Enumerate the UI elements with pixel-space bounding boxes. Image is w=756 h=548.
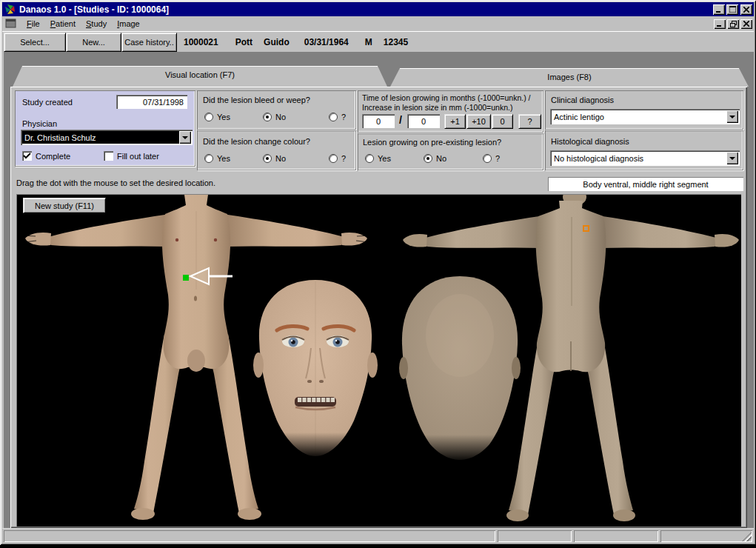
case-history-button[interactable]: Case history..: [121, 33, 177, 52]
restore-icon: [730, 21, 737, 27]
patient-dob: 03/31/1964: [304, 37, 349, 47]
radio-icon: [204, 154, 213, 163]
window-title: Danaos 1.0 - [Studies - ID: 1000064]: [19, 4, 169, 15]
new-button[interactable]: New...: [66, 33, 121, 52]
menu-patient[interactable]: Patient: [45, 18, 81, 30]
preexisting-radio-unknown[interactable]: ?: [483, 154, 500, 163]
ear-right: [367, 352, 378, 378]
maximize-icon: [729, 6, 736, 13]
reference-marker[interactable]: [583, 225, 589, 232]
status-bar: [2, 528, 754, 544]
bleed-radio-no[interactable]: No: [263, 113, 286, 121]
physician-value: Dr. Christian Schulz: [22, 131, 179, 144]
radio-icon: [329, 113, 338, 121]
plus-one-button[interactable]: +1: [444, 114, 466, 129]
growth-months-input[interactable]: 0: [362, 114, 395, 128]
growth-section: Time of lesion growing in months (-1000=…: [358, 90, 543, 133]
preexisting-radio-no[interactable]: No: [424, 154, 446, 163]
menu-image[interactable]: Image: [112, 18, 145, 30]
title-bar: Danaos 1.0 - [Studies - ID: 1000064]: [2, 2, 754, 16]
clinical-diagnosis-section: Clinical diagnosis Actinic lentigo: [545, 90, 743, 130]
lesion-marker[interactable]: [183, 273, 189, 279]
minimize-button[interactable]: [713, 4, 725, 15]
colour-radio-no[interactable]: No: [263, 154, 286, 163]
menu-bar: File Patient Study Image: [2, 16, 754, 31]
head-highlight: [426, 294, 494, 377]
radio-label: ?: [495, 154, 500, 163]
minimize-icon: [716, 7, 722, 13]
close-icon: [743, 7, 749, 13]
mdi-close-button[interactable]: [740, 19, 752, 29]
maximize-button[interactable]: [726, 4, 738, 15]
patient-code: 12345: [384, 37, 408, 47]
clinical-diagnosis-combobox[interactable]: Actinic lentigo: [550, 109, 740, 124]
face-front-figure[interactable]: [253, 280, 378, 458]
tab-edge: [10, 67, 20, 86]
ear-left: [399, 357, 408, 379]
growth-months-value: 0: [376, 117, 381, 126]
growth-size-input[interactable]: 0: [407, 114, 440, 128]
colour-radio-yes[interactable]: Yes: [204, 154, 230, 163]
bleed-radio-yes[interactable]: Yes: [204, 113, 230, 121]
clinical-dropdown-button[interactable]: [726, 110, 738, 123]
radio-icon: [204, 113, 213, 121]
histological-dropdown-button[interactable]: [726, 152, 738, 164]
bleed-question-label: Did the lesion bleed or weep?: [203, 96, 310, 104]
status-panel-2: [574, 530, 658, 542]
menu-file[interactable]: File: [21, 18, 45, 30]
histological-diagnosis-combobox[interactable]: No histological diagnosis: [550, 150, 740, 166]
new-study-button[interactable]: New study (F11): [23, 198, 106, 213]
physician-dropdown-button[interactable]: [179, 131, 191, 144]
radio-icon: [329, 154, 338, 163]
tab-images[interactable]: Images (F8): [390, 68, 749, 87]
colour-radio-unknown[interactable]: ?: [329, 154, 346, 163]
histological-diagnosis-section: Histological diagnosis No histological d…: [545, 130, 743, 170]
growth-size-value: 0: [421, 117, 426, 126]
status-panel-main: [4, 530, 495, 542]
checkbox-checked-icon: [22, 151, 32, 161]
growth-label-line1: Time of lesion growing in months (-1000=…: [362, 93, 531, 102]
front-nipple-right: [214, 238, 217, 241]
radio-label: Yes: [378, 154, 391, 163]
tab-edge: [742, 69, 750, 86]
plus-ten-button[interactable]: +10: [466, 114, 491, 129]
toolbar: Select... New... Case history.. 1000021 …: [2, 31, 754, 53]
back-right-limbs: [583, 215, 739, 521]
slash-separator: /: [399, 114, 402, 126]
patient-sex: M: [365, 37, 372, 47]
fill-out-later-checkbox[interactable]: Fill out later: [104, 151, 159, 161]
select-button[interactable]: Select...: [4, 33, 66, 52]
bleed-radio-unknown[interactable]: ?: [329, 113, 346, 121]
complete-checkbox[interactable]: Complete: [22, 151, 70, 161]
preexisting-section: Lesion growing on pre-existing lesion? Y…: [358, 133, 543, 170]
physician-combobox[interactable]: Dr. Christian Schulz: [21, 130, 193, 145]
front-navel: [194, 296, 197, 301]
checkbox-unchecked-icon: [104, 151, 113, 161]
ear-right: [512, 357, 521, 379]
tab-highlight: [400, 68, 739, 69]
face-neck-fade: [256, 432, 375, 458]
resize-grip[interactable]: [742, 532, 752, 541]
histological-diagnosis-label: Histological diagnosis: [551, 137, 629, 146]
head-back-figure[interactable]: [399, 276, 521, 461]
body-figures[interactable]: [17, 195, 741, 527]
document-icon[interactable]: [5, 19, 17, 29]
mdi-restore-button[interactable]: [727, 19, 739, 29]
mdi-minimize-button[interactable]: [714, 19, 726, 29]
close-button[interactable]: [740, 4, 752, 15]
preexisting-radio-yes[interactable]: Yes: [365, 154, 391, 163]
menu-study[interactable]: Study: [81, 18, 112, 30]
tab-visual-location[interactable]: Visual location (F7): [13, 66, 387, 87]
front-groin-shading: [187, 350, 205, 372]
clinical-diagnosis-label: Clinical diagnosis: [551, 96, 614, 104]
body-viewer[interactable]: New study (F11): [16, 194, 741, 527]
lesion-marker-square: [183, 275, 189, 281]
bleed-question-section: Did the lesion bleed or weep? Yes No ?: [197, 90, 356, 130]
study-created-input[interactable]: 07/31/1998: [116, 95, 187, 109]
eye-left: [282, 335, 304, 347]
unknown-button[interactable]: ?: [518, 114, 541, 129]
zero-button[interactable]: 0: [492, 114, 513, 129]
radio-icon: [365, 154, 374, 163]
study-created-value: 07/31/1998: [143, 98, 184, 107]
tab-visual-label: Visual location (F7): [165, 70, 235, 79]
